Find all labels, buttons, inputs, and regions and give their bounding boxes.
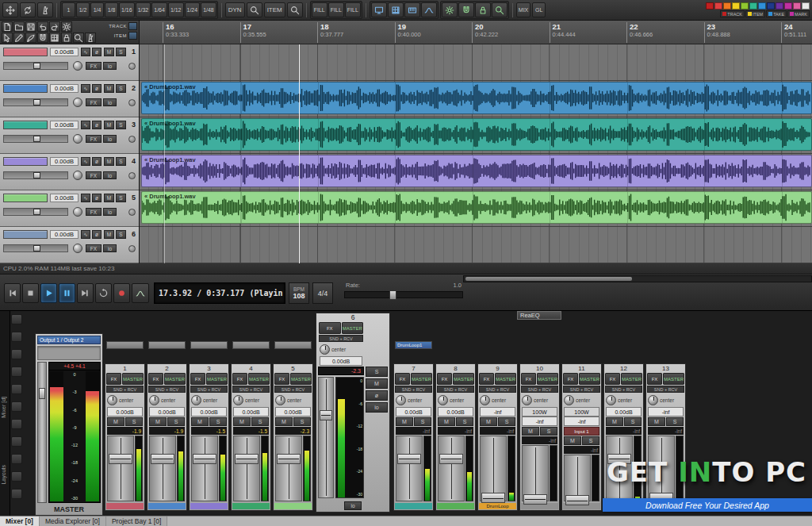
channel-mute-button[interactable]: M bbox=[606, 417, 623, 426]
channel-volume-readout[interactable]: 0.00dB bbox=[149, 407, 185, 417]
grid-division-button[interactable]: 1/8 bbox=[105, 2, 118, 17]
zoom-icon[interactable] bbox=[73, 33, 84, 43]
color-swatch[interactable] bbox=[714, 2, 722, 10]
grid-toggle-icon[interactable] bbox=[388, 2, 404, 17]
channel-volume-readout[interactable]: 0.00dB bbox=[191, 407, 227, 417]
channel-route-button[interactable]: MASTER bbox=[206, 373, 228, 385]
lock-icon[interactable] bbox=[475, 2, 491, 17]
width-readout[interactable]: 100W bbox=[522, 407, 557, 417]
channel-sndrcv-button[interactable]: SND + RCV bbox=[106, 386, 144, 393]
channel-volume-readout[interactable]: 0.00dB bbox=[320, 356, 362, 366]
channel-fader-handle[interactable] bbox=[320, 410, 332, 420]
color-swatch[interactable] bbox=[723, 2, 731, 10]
mixer-option-button[interactable] bbox=[11, 401, 22, 412]
stop-button[interactable] bbox=[22, 283, 39, 303]
track-volume-fader[interactable] bbox=[3, 135, 68, 143]
channel-volume-readout[interactable]: -inf bbox=[564, 417, 599, 426]
channel-volume-readout[interactable]: 0.00dB bbox=[233, 407, 269, 417]
master-fx-list[interactable] bbox=[37, 346, 101, 360]
hscrollbar-thumb[interactable] bbox=[465, 277, 632, 281]
record-arm-button[interactable] bbox=[128, 136, 136, 143]
channel-sndrcv-button[interactable]: SND + RCV bbox=[521, 386, 558, 393]
track-panel[interactable]: 0.00dB∿øMSFXio6 bbox=[0, 227, 139, 263]
channel-route-button[interactable]: MASTER bbox=[537, 373, 558, 385]
mixer-channel-strip[interactable]: 11FXMASTERSND + RCVcenter100W-infInput 1… bbox=[561, 363, 602, 511]
mixer-option-button[interactable] bbox=[11, 419, 22, 429]
mixer-channel-strip[interactable]: 1FXMASTERSND + RCVcenter0.00dBMS-1.9 bbox=[105, 363, 145, 511]
channel-solo-button[interactable]: S bbox=[666, 417, 684, 426]
channel-mute-button[interactable]: M bbox=[522, 427, 539, 436]
mixer-option-button[interactable] bbox=[11, 314, 22, 324]
time-signature-display[interactable]: 4/4 bbox=[312, 282, 333, 304]
track-io-button[interactable]: io bbox=[103, 171, 117, 179]
record-arm-button[interactable] bbox=[128, 172, 136, 179]
arrange-view[interactable]: « DrumLoop1.wav« DrumLoop1.wav« DrumLoop… bbox=[140, 44, 812, 263]
mixer-option-button[interactable] bbox=[11, 367, 22, 377]
open-project-icon[interactable] bbox=[13, 21, 25, 32]
pan-knob[interactable] bbox=[396, 395, 406, 405]
channel-route-button[interactable]: MASTER bbox=[290, 373, 312, 385]
channel-solo-button[interactable]: S bbox=[498, 417, 515, 426]
scope-toggle-button[interactable] bbox=[128, 32, 137, 40]
channel-volume-readout[interactable]: 0.00dB bbox=[396, 407, 431, 417]
fill-button[interactable]: FILL bbox=[328, 2, 344, 17]
channel-mute-button[interactable]: M bbox=[233, 417, 251, 426]
track-mute-button[interactable]: M bbox=[104, 84, 114, 93]
channel-mute-button[interactable]: M bbox=[107, 417, 124, 426]
mixer-channel-strip[interactable]: 2FXMASTERSND + RCVcenter0.00dBMS-1.9 bbox=[147, 363, 187, 511]
channel-solo-button[interactable]: S bbox=[540, 427, 557, 436]
fill-button[interactable]: FILL bbox=[312, 2, 327, 17]
metronome-icon[interactable] bbox=[37, 2, 53, 17]
mixer-option-button[interactable] bbox=[11, 332, 22, 342]
track-panel[interactable]: 0.00dB∿øMSFXio5 bbox=[0, 190, 139, 227]
channel-route-button[interactable]: MASTER bbox=[411, 373, 432, 385]
track-lane[interactable]: « DrumLoop1.wav bbox=[140, 154, 812, 190]
gl-button[interactable]: GL bbox=[532, 2, 546, 17]
channel-fader-handle[interactable] bbox=[193, 454, 216, 464]
grid-division-button[interactable]: 1/12 bbox=[168, 2, 184, 17]
sync-icon[interactable] bbox=[20, 2, 36, 17]
track-panel[interactable]: 0.00dB∿øMSFXio1 bbox=[0, 44, 139, 81]
metronome-icon[interactable] bbox=[85, 33, 96, 43]
color-swatch[interactable] bbox=[802, 2, 810, 10]
track-mute-button[interactable]: M bbox=[104, 230, 114, 239]
track-env-button[interactable]: ∿ bbox=[81, 84, 90, 93]
channel-sndrcv-button[interactable]: SND + RCV bbox=[437, 386, 474, 393]
record-arm-button[interactable] bbox=[128, 63, 136, 70]
master-fader[interactable] bbox=[37, 362, 47, 503]
channel-sndrcv-button[interactable]: SND + RCV bbox=[395, 386, 432, 393]
channel-side-button[interactable]: M bbox=[366, 378, 388, 389]
track-panel[interactable]: 0.00dB∿øMSFXio2 bbox=[0, 81, 139, 117]
track-lane[interactable]: « DrumLoop1.wav bbox=[140, 81, 812, 117]
channel-fader-handle[interactable] bbox=[235, 454, 259, 464]
repeat-button[interactable] bbox=[95, 283, 112, 303]
channel-sndrcv-button[interactable]: SND + RCV bbox=[148, 386, 186, 393]
channel-sndrcv-button[interactable]: SND + RCV bbox=[190, 386, 228, 393]
channel-volume-readout[interactable]: 0.00dB bbox=[438, 407, 473, 417]
pan-knob[interactable] bbox=[606, 395, 616, 405]
track-name-field[interactable] bbox=[3, 194, 48, 202]
channel-fx-button[interactable]: FX bbox=[563, 373, 578, 385]
mixer-channel-strip[interactable]: 13FXMASTERSND + RCVcenter-infMS-inf bbox=[645, 363, 686, 511]
track-volume-fader[interactable] bbox=[3, 171, 68, 179]
track-solo-button[interactable]: S bbox=[116, 157, 126, 166]
play-button[interactable] bbox=[40, 283, 57, 303]
tag-chip[interactable]: TRACK bbox=[720, 10, 745, 17]
channel-side-button[interactable]: S bbox=[366, 367, 388, 377]
color-swatch[interactable] bbox=[784, 2, 792, 10]
channel-fx-button[interactable]: FX bbox=[190, 373, 205, 385]
track-io-button[interactable]: io bbox=[103, 244, 117, 252]
master-output-label[interactable]: Output 1 / Output 2 bbox=[37, 336, 101, 344]
playrate-slider[interactable] bbox=[344, 291, 463, 298]
mixer-channel-strip[interactable]: 4FXMASTERSND + RCVcenter0.00dBMS-1.5 bbox=[231, 363, 271, 511]
track-phase-button[interactable]: ø bbox=[92, 194, 102, 202]
channel-volume-readout[interactable]: 0.00dB bbox=[107, 407, 143, 417]
tag-chip[interactable]: TAKE bbox=[766, 10, 787, 17]
track-pan-knob[interactable] bbox=[73, 61, 82, 71]
dyn-split-button[interactable]: DYN bbox=[225, 2, 245, 17]
channel-io-box[interactable] bbox=[232, 341, 270, 349]
media-item[interactable]: « DrumLoop1.wav bbox=[141, 155, 812, 187]
track-phase-button[interactable]: ø bbox=[92, 230, 102, 239]
record-arm-button[interactable] bbox=[128, 209, 136, 216]
save-project-icon[interactable] bbox=[25, 21, 36, 32]
